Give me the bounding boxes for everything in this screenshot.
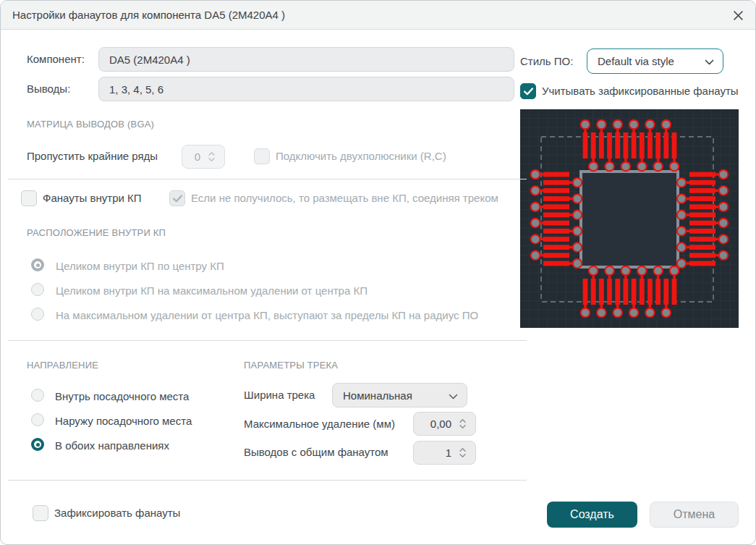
pins-value: 1, 3, 4, 5, 6 [109,83,163,96]
component-label: Компонент: [27,52,85,67]
divider [8,340,527,341]
respect-fixed-label: Учитывать зафиксированные фанауты [542,84,739,98]
respect-fixed-checkbox[interactable] [520,83,536,99]
connect-rc-label: Подключить двухполюсники (R,C) [276,149,446,164]
placement-option-label: На максимальном удалении от центра КП, в… [56,308,478,323]
fanout-settings-dialog: Настройки фанаутов для компонента DA5 (2… [0,0,756,545]
chevron-down-icon [449,389,458,402]
via-style-value: Default via style [598,55,705,67]
placement-option-label: Целиком внутри КП по центру КП [56,259,224,274]
max-distance-spinner[interactable]: 0,00 [413,412,476,436]
fanouts-inside-label: Фанауты внутри КП [43,191,142,206]
component-value: DA5 (2M420A4 ) [109,54,190,66]
create-button[interactable]: Создать [547,502,637,528]
direction-option-label: В обоих направлениях [55,439,169,453]
fix-fanouts-checkbox[interactable] [33,505,48,521]
direction-option-label: Внутрь посадочного места [55,389,189,404]
connect-rc-checkbox[interactable] [254,148,270,164]
placement-option-label: Целиком внутри КП на максимальном удален… [56,284,368,298]
direction-radio-both[interactable] [31,438,44,451]
fallback-label: Если не получилось, то размещать вне КП,… [191,191,498,206]
divider [8,480,527,481]
placement-radio-max-outside[interactable] [31,308,44,321]
spinner-arrows-icon[interactable] [459,418,467,429]
track-width-label: Ширина трека [244,388,315,402]
direction-section-header: НАПРАВЛЕНИЕ [27,360,98,371]
bga-section-header: МАТРИЦА ВЫВОДОВ (BGA) [27,119,154,130]
footprint-preview [520,109,739,328]
max-distance-label: Максимальное удаление (мм) [244,417,395,431]
shared-fanout-spinner[interactable]: 1 [413,441,476,465]
direction-radio-inward[interactable] [31,389,44,402]
track-width-dropdown[interactable]: Номинальная [332,383,467,407]
pins-field[interactable]: 1, 3, 4, 5, 6 [98,77,514,101]
track-section-header: ПАРАМЕТРЫ ТРЕКА [244,360,338,371]
fanouts-inside-checkbox[interactable] [21,190,37,206]
shared-fanout-value: 1 [446,447,451,459]
spinner-arrows-icon[interactable] [459,447,467,458]
via-style-label: Стиль ПО: [520,54,573,69]
placement-radio-center[interactable] [31,258,44,271]
cancel-button-label: Отмена [674,508,715,521]
via-style-dropdown[interactable]: Default via style [587,48,723,74]
component-field[interactable]: DA5 (2M420A4 ) [98,47,514,72]
direction-radio-outward[interactable] [31,413,44,426]
dialog-title: Настройки фанаутов для компонента DA5 (2… [12,9,285,21]
shared-fanout-label: Выводов с общим фанаутом [244,445,388,460]
chevron-down-icon [705,55,714,67]
create-button-label: Создать [570,508,614,521]
spinner-arrows-icon[interactable] [208,151,216,162]
title-bar: Настройки фанаутов для компонента DA5 (2… [1,1,755,30]
max-distance-value: 0,00 [430,418,451,430]
track-width-value: Номинальная [343,389,449,402]
fix-fanouts-label: Зафиксировать фанауты [54,506,180,520]
close-icon[interactable] [731,8,745,22]
cancel-button[interactable]: Отмена [650,502,739,528]
skip-rows-label: Пропустить крайние ряды [27,149,158,164]
placement-section-header: РАСПОЛОЖЕНИЕ ВНУТРИ КП [27,227,166,239]
divider [8,179,527,179]
placement-radio-max-inside[interactable] [31,283,44,296]
skip-rows-spinner[interactable]: 0 [182,145,225,169]
skip-rows-value: 0 [195,151,200,163]
direction-option-label: Наружу посадочного места [55,414,192,428]
pins-label: Выводы: [27,82,70,96]
fallback-checkbox[interactable] [169,190,185,206]
